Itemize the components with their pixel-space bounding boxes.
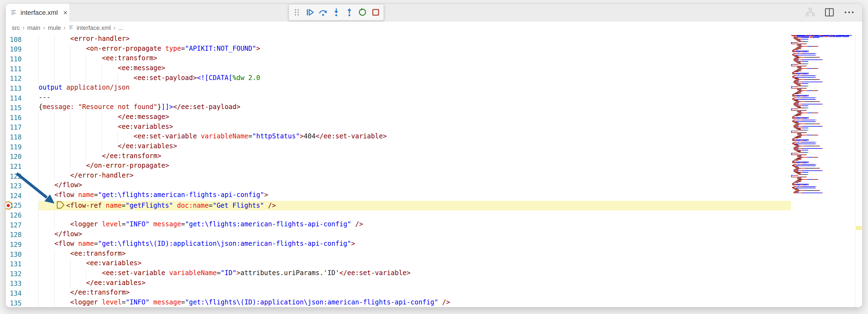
code-line-121[interactable]: </on-error-propagate>: [39, 162, 791, 172]
line-number-117[interactable]: 117: [6, 123, 39, 133]
code-line-111[interactable]: <ee:message>: [39, 64, 791, 74]
stop-icon[interactable]: [371, 8, 380, 17]
xml-file-icon: [68, 24, 74, 31]
restart-icon[interactable]: [358, 8, 367, 17]
indent-guide: [38, 64, 39, 74]
breadcrumb-item--[interactable]: ...: [118, 24, 123, 31]
code-line-132[interactable]: <ee:set-variable variableName="ID">attri…: [39, 269, 791, 279]
code-line-127[interactable]: <logger level="INFO" message="get:\fligh…: [39, 220, 791, 230]
code-line-133[interactable]: </ee:variables>: [39, 279, 791, 289]
code-lines[interactable]: <error-handler> <on-error-propagate type…: [39, 35, 791, 307]
code-line-119[interactable]: </ee:variables>: [39, 142, 791, 152]
indent-guide: [38, 162, 39, 172]
indent-guide: [38, 74, 39, 84]
line-number-116[interactable]: 116: [6, 113, 39, 123]
code-line-135[interactable]: <logger level="INFO" message="get:\fligh…: [39, 298, 791, 307]
tab-interface-xml[interactable]: interface.xml ×: [6, 4, 69, 22]
line-number-130[interactable]: 130: [6, 250, 39, 259]
split-editor-icon[interactable]: [824, 7, 835, 19]
code-text: <logger level="INFO" message="get:\fligh…: [39, 298, 791, 306]
code-line-123[interactable]: </flow>: [39, 181, 791, 191]
line-number-132[interactable]: 132: [6, 269, 39, 279]
code-line-128[interactable]: </flow>: [39, 230, 791, 240]
code-text: <flow-ref name="getFlights" doc:name="Ge…: [39, 201, 791, 211]
code-line-117[interactable]: <ee:variables>: [39, 123, 791, 133]
line-number-120[interactable]: 120: [6, 152, 39, 162]
indent-guide: [86, 113, 86, 123]
breadcrumb-item-mule[interactable]: mule: [48, 24, 61, 31]
breadcrumb-item-src[interactable]: src: [12, 24, 20, 31]
code-line-134[interactable]: </ee:transform>: [39, 288, 791, 298]
line-number-126[interactable]: 126: [6, 210, 39, 220]
line-number-123[interactable]: 123: [6, 181, 39, 191]
line-number-128[interactable]: 128: [6, 230, 39, 240]
indent-guide: [54, 259, 55, 269]
breadcrumb-item-main[interactable]: main: [27, 24, 40, 31]
flow-ref-debug-marker-icon: [56, 201, 65, 211]
line-number-124[interactable]: 124: [6, 191, 39, 201]
code-line-114[interactable]: ---: [39, 93, 791, 103]
minimap[interactable]: [791, 35, 855, 307]
line-number-113[interactable]: 113: [6, 84, 39, 93]
code-line-115[interactable]: {message: "Resource not found"}]]></ee:s…: [39, 103, 791, 113]
line-number-115[interactable]: 115: [6, 103, 39, 113]
xml-file-icon: [10, 8, 17, 17]
line-number-121[interactable]: 121: [6, 162, 39, 172]
code-line-112[interactable]: <ee:set-payload><![CDATA[%dw 2.0: [39, 74, 791, 84]
code-line-124[interactable]: <flow name="get:\flights:american-flight…: [39, 191, 791, 201]
breadcrumb-separator: ›: [23, 24, 24, 31]
code-line-109[interactable]: <on-error-propagate type="APIKIT:NOT_FOU…: [39, 45, 791, 55]
code-text: <ee:variables>: [39, 123, 791, 131]
code-line-108[interactable]: <error-handler>: [39, 35, 791, 45]
line-number-108[interactable]: 108: [6, 35, 39, 45]
line-number-125[interactable]: 125: [6, 201, 39, 211]
line-number-112[interactable]: 112: [6, 74, 39, 84]
code-text: ---: [39, 93, 791, 101]
overview-ruler[interactable]: [855, 34, 862, 307]
code-line-122[interactable]: </error-handler>: [39, 172, 791, 181]
line-number-110[interactable]: 110: [6, 54, 39, 64]
indent-guide: [70, 142, 70, 152]
code-line-116[interactable]: </ee:message>: [39, 113, 791, 123]
line-number-135[interactable]: 135: [6, 298, 39, 307]
indent-guide: [101, 74, 102, 84]
indent-guide: [101, 113, 102, 123]
indent-guide: [101, 64, 102, 74]
indent-guide: [86, 269, 86, 279]
code-line-113[interactable]: output application/json: [39, 84, 791, 93]
line-number-122[interactable]: 122: [6, 172, 39, 181]
continue-icon[interactable]: [305, 8, 315, 17]
line-number-133[interactable]: 133: [6, 279, 39, 289]
drag-handle-icon[interactable]: [292, 8, 302, 17]
code-editor[interactable]: 1081091101111121131141151161171181191201…: [6, 34, 862, 307]
code-line-125[interactable]: <flow-ref name="getFlights" doc:name="Ge…: [39, 201, 791, 211]
step-into-icon[interactable]: [332, 8, 341, 17]
step-over-icon[interactable]: [318, 8, 328, 17]
code-line-130[interactable]: <ee:transform>: [39, 250, 791, 259]
code-text: <ee:message>: [39, 64, 791, 72]
indent-guide: [38, 298, 39, 307]
line-number-127[interactable]: 127: [6, 220, 39, 230]
code-line-120[interactable]: </ee:transform>: [39, 152, 791, 162]
outline-hierarchy-icon[interactable]: [805, 7, 816, 19]
indent-guide: [86, 54, 86, 64]
code-line-118[interactable]: <ee:set-variable variableName="httpStatu…: [39, 132, 791, 142]
step-out-icon[interactable]: [345, 8, 354, 17]
line-number-111[interactable]: 111: [6, 64, 39, 74]
code-line-129[interactable]: <flow name="get:\flights\(ID):applicatio…: [39, 240, 791, 250]
close-icon[interactable]: ×: [63, 9, 67, 16]
line-number-131[interactable]: 131: [6, 259, 39, 269]
line-number-118[interactable]: 118: [6, 132, 39, 142]
line-number-129[interactable]: 129: [6, 240, 39, 250]
breadcrumb-item-interface-xml[interactable]: interface.xml: [77, 24, 111, 31]
code-line-131[interactable]: <ee:variables>: [39, 259, 791, 269]
code-line-110[interactable]: <ee:transform>: [39, 54, 791, 64]
line-number-109[interactable]: 109: [6, 45, 39, 55]
code-text: </ee:variables>: [39, 279, 791, 287]
code-line-126[interactable]: [39, 210, 791, 220]
line-number-114[interactable]: 114: [6, 93, 39, 103]
line-number-134[interactable]: 134: [6, 288, 39, 298]
more-actions-icon[interactable]: [843, 7, 855, 19]
line-number-119[interactable]: 119: [6, 142, 39, 152]
indent-guide: [38, 279, 39, 289]
